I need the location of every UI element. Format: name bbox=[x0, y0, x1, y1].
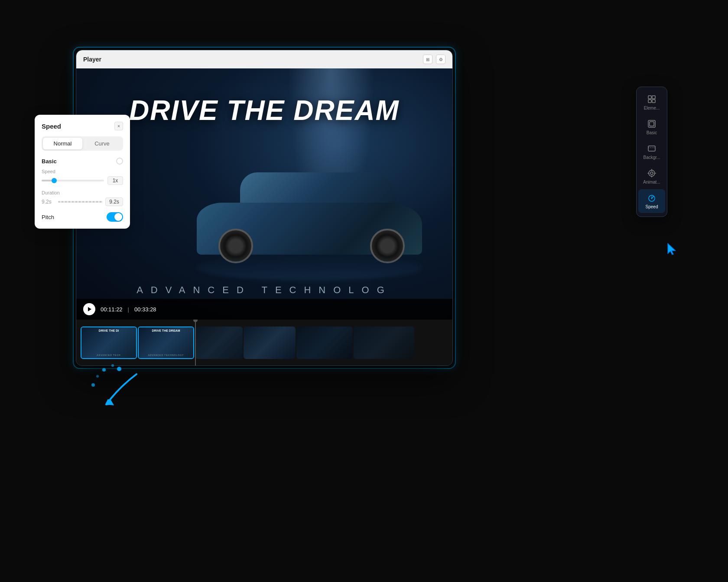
clip-title: DRIVE THE DREAM bbox=[140, 329, 192, 333]
blue-cursor bbox=[666, 242, 678, 255]
speed-icon bbox=[647, 193, 657, 203]
tab-normal[interactable]: Normal bbox=[43, 138, 82, 149]
animation-label: Animat... bbox=[643, 180, 660, 185]
svg-point-13 bbox=[117, 367, 121, 371]
play-icon bbox=[88, 307, 91, 311]
timeline-playhead bbox=[195, 320, 196, 365]
svg-rect-6 bbox=[648, 146, 655, 151]
video-background: DRIVE THE DREAM ADVANCED TECHNOLOG 00:11… bbox=[76, 68, 452, 320]
sidebar-item-animation[interactable]: Animat... bbox=[638, 165, 665, 188]
tab-curve-label: Curve bbox=[94, 140, 110, 147]
video-controls-bar: 00:11:22 | 00:33:28 bbox=[76, 299, 452, 320]
svg-rect-3 bbox=[652, 100, 655, 103]
titlebar: Player ⊞ ⚙ bbox=[76, 50, 452, 68]
slider-thumb[interactable] bbox=[52, 178, 57, 183]
basic-section-header: Basic bbox=[42, 158, 123, 165]
right-sidebar: Eleme... Basic Backgr... Animat. bbox=[636, 87, 667, 217]
basic-radio[interactable] bbox=[116, 158, 123, 165]
video-headline: DRIVE THE DREAM bbox=[76, 94, 452, 126]
speed-slider-row: 1x bbox=[42, 176, 123, 185]
arrow-annotation bbox=[84, 361, 154, 430]
sidebar-item-basic[interactable]: Basic bbox=[638, 115, 665, 139]
time-separator: | bbox=[128, 306, 129, 313]
duration-end: 9.2s bbox=[105, 197, 123, 206]
basic-section-title: Basic bbox=[42, 158, 57, 165]
sidebar-item-speed[interactable]: Speed bbox=[638, 189, 665, 213]
background-icon bbox=[647, 143, 657, 154]
svg-point-10 bbox=[651, 198, 653, 199]
timeline-clip[interactable] bbox=[195, 327, 243, 359]
elements-label: Eleme... bbox=[644, 106, 660, 111]
time-total: 00:33:28 bbox=[134, 306, 156, 313]
video-subtext: ADVANCED TECHNOLOG bbox=[76, 285, 452, 296]
basic-label: Basic bbox=[647, 130, 657, 136]
clip-thumbnail bbox=[244, 327, 296, 359]
tab-curve[interactable]: Curve bbox=[82, 138, 122, 149]
speed-value: 1x bbox=[107, 176, 123, 185]
timeline-clip[interactable]: DRIVE THE DI ADVANCED TECH bbox=[81, 327, 137, 359]
pitch-toggle[interactable] bbox=[107, 212, 123, 222]
window-title: Player bbox=[83, 56, 101, 63]
panel-close-button[interactable]: × bbox=[114, 122, 123, 130]
car-reflection bbox=[197, 255, 422, 281]
clip-thumbnail: DRIVE THE DI ADVANCED TECH bbox=[81, 327, 136, 358]
timeline-clip[interactable] bbox=[296, 327, 353, 359]
app-window: Player ⊞ ⚙ DRIVE THE DREAM bbox=[76, 50, 453, 366]
tab-normal-label: Normal bbox=[54, 140, 72, 147]
svg-rect-1 bbox=[652, 96, 655, 99]
pitch-label: Pitch bbox=[42, 214, 54, 220]
svg-point-8 bbox=[650, 172, 653, 175]
duration-field-label: Duration bbox=[42, 190, 123, 195]
animation-icon bbox=[647, 168, 657, 178]
play-button[interactable] bbox=[83, 303, 95, 315]
svg-point-11 bbox=[102, 368, 106, 372]
settings-icon: ⚙ bbox=[439, 57, 443, 62]
duration-track[interactable] bbox=[58, 201, 103, 203]
speed-slider[interactable] bbox=[42, 180, 104, 181]
clip-subtitle: ADVANCED TECHNOLOGY bbox=[140, 354, 192, 356]
svg-rect-0 bbox=[648, 96, 651, 99]
svg-point-15 bbox=[91, 383, 95, 387]
elements-icon bbox=[647, 94, 657, 104]
layout-icon: ⊞ bbox=[426, 57, 429, 62]
duration-row: 9.2s 9.2s bbox=[42, 197, 123, 206]
pitch-row: Pitch bbox=[42, 212, 123, 222]
svg-rect-5 bbox=[650, 122, 654, 126]
settings-button[interactable]: ⚙ bbox=[436, 55, 445, 64]
sidebar-item-background[interactable]: Backgr... bbox=[638, 140, 665, 164]
clip-thumbnail bbox=[296, 327, 353, 359]
speed-label: Speed bbox=[646, 204, 658, 210]
svg-point-7 bbox=[649, 170, 655, 176]
timeline-clip[interactable] bbox=[354, 327, 414, 359]
timeline-clip[interactable] bbox=[244, 327, 296, 359]
video-area: DRIVE THE DREAM ADVANCED TECHNOLOG 00:11… bbox=[76, 68, 452, 320]
svg-rect-2 bbox=[648, 100, 651, 103]
clip-thumbnail bbox=[354, 327, 414, 359]
panel-title: Speed bbox=[42, 123, 61, 130]
time-current: 00:11:22 bbox=[101, 306, 123, 313]
sidebar-item-elements[interactable]: Eleme... bbox=[638, 91, 665, 114]
layout-button[interactable]: ⊞ bbox=[423, 55, 432, 64]
close-icon: × bbox=[117, 123, 120, 129]
window-controls: ⊞ ⚙ bbox=[423, 55, 445, 64]
timeline-clip[interactable]: DRIVE THE DREAM ADVANCED TECHNOLOGY bbox=[138, 327, 194, 359]
clip-thumbnail: DRIVE THE DREAM ADVANCED TECHNOLOGY bbox=[139, 327, 193, 358]
clip-title: DRIVE THE DI bbox=[83, 329, 134, 333]
panel-header: Speed × bbox=[42, 122, 123, 130]
background-label: Backgr... bbox=[644, 155, 660, 160]
clip-subtitle: ADVANCED TECH bbox=[83, 354, 134, 356]
speed-panel: Speed × Normal Curve Basic Speed 1x Dura… bbox=[35, 115, 130, 229]
duration-start: 9.2s bbox=[42, 199, 55, 205]
speed-field-label: Speed bbox=[42, 169, 123, 174]
toggle-thumb bbox=[114, 213, 122, 221]
car-graphic bbox=[188, 155, 431, 276]
svg-point-14 bbox=[96, 375, 99, 378]
tab-group: Normal Curve bbox=[42, 136, 123, 151]
timeline-strip: DRIVE THE DI ADVANCED TECH DRIVE THE DRE… bbox=[76, 320, 452, 365]
basic-icon bbox=[647, 119, 657, 129]
timeline-clips: DRIVE THE DI ADVANCED TECH DRIVE THE DRE… bbox=[76, 324, 452, 361]
clip-thumbnail bbox=[195, 327, 243, 359]
